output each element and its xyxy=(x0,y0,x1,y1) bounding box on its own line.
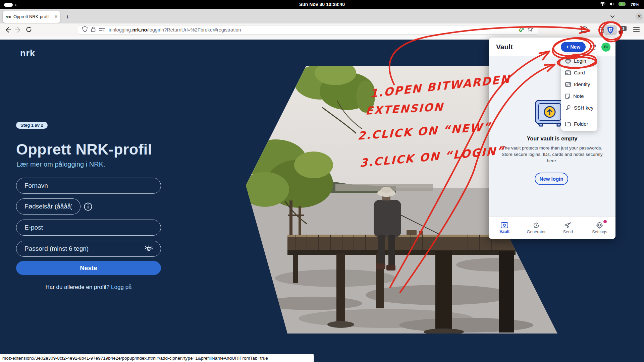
reload-button[interactable] xyxy=(25,26,33,34)
next-button[interactable]: Neste xyxy=(16,261,161,275)
key-icon xyxy=(565,105,571,111)
nav-tab-send[interactable]: Send xyxy=(552,217,584,239)
bitwarden-popup: Vault + New BI Your vault is empty The v… xyxy=(489,38,615,239)
firefox-account-icon[interactable] xyxy=(581,26,588,35)
settings-notification-dot xyxy=(603,220,607,223)
footer-text: Har du allerede en profil? xyxy=(45,284,109,290)
id-card-icon xyxy=(565,82,571,87)
generator-icon xyxy=(533,222,540,229)
new-item-menu: Login Card Identity Note SSH key Folde xyxy=(561,54,597,131)
bookmark-star-icon[interactable] xyxy=(527,26,533,34)
empty-vault-description: The vault protects more than just your p… xyxy=(497,145,607,164)
tab-list-chevron-icon[interactable] xyxy=(610,14,616,20)
browser-toolbar: innlogging.nrk.no/logginn?ReturnUrl=%2Fb… xyxy=(0,23,644,36)
nav-tab-settings[interactable]: Settings xyxy=(584,217,616,239)
settings-gear-icon xyxy=(596,222,603,229)
email-input[interactable] xyxy=(16,220,161,236)
page-title: Opprett NRK-profil xyxy=(16,141,152,158)
learn-more-link[interactable]: Lær mer om pålogging i NRK. xyxy=(16,161,105,168)
new-item-button[interactable]: + New xyxy=(561,42,586,52)
extensions-puzzle-icon[interactable] xyxy=(598,27,604,35)
popup-title: Vault xyxy=(496,43,513,51)
url-text[interactable]: innlogging.nrk.no/logginn?ReturnUrl=%2Fb… xyxy=(109,27,241,33)
nav-tab-vault[interactable]: Vault xyxy=(489,217,521,239)
tab-close-icon[interactable]: ✕ xyxy=(53,14,59,20)
show-password-eye-icon[interactable] xyxy=(144,245,153,253)
hamburger-menu-icon[interactable] xyxy=(633,27,640,34)
vault-icon xyxy=(501,222,508,228)
menu-item-ssh-key[interactable]: SSH key xyxy=(561,102,597,114)
note-icon xyxy=(565,94,570,99)
battery-icon xyxy=(619,2,627,8)
globe-icon xyxy=(565,58,571,64)
permissions-icon[interactable] xyxy=(99,27,105,33)
menu-item-folder[interactable]: Folder xyxy=(561,118,597,130)
info-icon[interactable] xyxy=(84,202,92,212)
browser-tab[interactable]: NRK Opprett NRK-profil - NRK ✕ xyxy=(3,11,60,23)
forward-button[interactable] xyxy=(15,26,22,34)
password-input[interactable] xyxy=(16,241,161,257)
weather-temperature[interactable]: 6° xyxy=(519,27,524,33)
menu-item-card[interactable]: Card xyxy=(561,67,597,78)
desktop: Sun Nov 30 10:28:40 79% NRK Opprett NRK-… xyxy=(0,0,644,362)
folder-icon xyxy=(565,122,571,126)
nrk-logo[interactable]: nrk xyxy=(20,48,35,59)
account-avatar[interactable]: BI xyxy=(601,43,610,52)
back-button[interactable] xyxy=(4,26,11,34)
step-badge: Steg 1 av 2 xyxy=(16,122,48,129)
tracking-shield-icon[interactable] xyxy=(82,26,88,34)
birthyear-input[interactable] xyxy=(16,198,80,215)
popout-icon[interactable] xyxy=(590,44,596,51)
nrk-favicon: NRK xyxy=(6,15,12,19)
extension-count-badge[interactable]: 3 xyxy=(620,26,627,31)
window-close-button[interactable]: ✕ xyxy=(635,12,643,20)
status-url-tooltip: moz-extension://3e02e309-8cf2-4e92-8b41-… xyxy=(0,354,314,362)
system-menubar: Sun Nov 30 10:28:40 79% xyxy=(0,0,644,9)
new-login-button[interactable]: New login xyxy=(535,173,568,185)
new-tab-button[interactable]: + xyxy=(64,13,71,21)
battery-percent: 79% xyxy=(631,2,639,7)
system-clock[interactable]: Sun Nov 30 10:28:40 xyxy=(0,0,644,9)
popup-bottom-nav: Vault Generator Send Settings xyxy=(489,216,615,239)
bitwarden-shield-icon xyxy=(607,26,614,34)
login-footer: Har du allerede en profil? Logg på xyxy=(16,284,161,291)
tab-bar: NRK Opprett NRK-profil - NRK ✕ + ✕ xyxy=(0,9,644,23)
system-tray[interactable]: 79% xyxy=(600,0,639,9)
popup-header: Vault + New BI xyxy=(489,38,615,56)
menu-item-login[interactable]: Login xyxy=(561,55,597,67)
menu-item-identity[interactable]: Identity xyxy=(561,78,597,90)
firstname-input[interactable] xyxy=(16,178,161,194)
menu-item-note[interactable]: Note xyxy=(561,90,597,102)
send-icon xyxy=(564,222,572,229)
nav-tab-generator[interactable]: Generator xyxy=(521,217,552,239)
empty-vault-title: Your vault is empty xyxy=(489,135,615,142)
wifi-icon xyxy=(600,2,605,8)
bitwarden-extension-button[interactable] xyxy=(604,25,617,35)
menu-divider xyxy=(561,115,597,115)
login-link[interactable]: Logg på xyxy=(111,284,131,290)
tab-title-fade xyxy=(42,13,53,23)
volume-icon xyxy=(609,2,614,8)
url-bar[interactable]: innlogging.nrk.no/logginn?ReturnUrl=%2Fb… xyxy=(78,25,538,35)
lock-icon[interactable] xyxy=(91,26,96,34)
card-icon xyxy=(565,70,571,75)
